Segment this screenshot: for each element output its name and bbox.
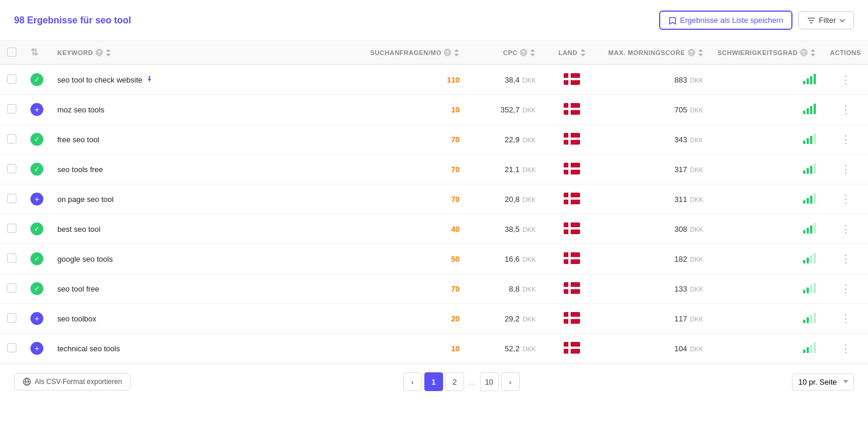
per-page-select[interactable]: 10 pr. Seite25 pr. Seite50 pr. Seite (792, 374, 854, 390)
chevron-down-icon (839, 19, 845, 22)
page-title: 98 Ergebnisse für seo tool (14, 15, 131, 26)
difficulty-bar-segment (807, 228, 809, 234)
row-actions-button[interactable]: ⋮ (837, 341, 855, 356)
save-list-button[interactable]: Ergebnisse als Liste speichern (659, 11, 792, 30)
row-actions-button[interactable]: ⋮ (837, 221, 855, 237)
th-reorder: ⇅ (23, 41, 50, 64)
difficulty-bar-segment (810, 345, 812, 353)
searches-sort-icon[interactable] (454, 49, 459, 56)
th-checkbox (0, 41, 23, 64)
cpc-value: 38,4 (505, 76, 519, 84)
flag-denmark (564, 282, 580, 294)
cpc-value: 16,6 (505, 255, 519, 263)
cpc-currency: DKK (521, 286, 536, 293)
th-keyword: KEYWORD ? (50, 41, 363, 64)
difficulty-bar-segment (810, 196, 812, 204)
cpc-sort-icon[interactable] (530, 49, 536, 56)
status-check-icon: ✓ (30, 222, 43, 235)
row-actions-button[interactable]: ⋮ (837, 102, 855, 117)
filter-icon (807, 16, 815, 25)
cpc-value: 20,8 (505, 195, 519, 204)
searches-value: 70 (451, 165, 459, 174)
score-currency: DKK (688, 136, 704, 143)
pagination-next[interactable]: › (501, 372, 520, 391)
difficulty-bar-segment (814, 133, 816, 144)
score-sort-icon[interactable] (698, 49, 704, 56)
flag-denmark (564, 103, 580, 115)
difficulty-sort-icon[interactable] (810, 49, 816, 56)
select-all-checkbox[interactable] (7, 47, 16, 57)
difficulty-bar-segment (814, 223, 816, 234)
difficulty-bar-segment (814, 74, 816, 84)
row-checkbox[interactable] (7, 164, 16, 173)
row-checkbox[interactable] (7, 74, 16, 84)
difficulty-bar-segment (810, 136, 812, 144)
pagination-prev[interactable]: ‹ (403, 372, 422, 391)
row-actions-button[interactable]: ⋮ (837, 162, 855, 177)
score-currency: DKK (688, 256, 704, 263)
row-checkbox[interactable] (7, 253, 16, 263)
difficulty-bar-segment (807, 168, 809, 174)
row-actions-button[interactable]: ⋮ (837, 72, 855, 87)
row-checkbox[interactable] (7, 104, 16, 114)
table-row: ✓google seo tools5016,6 DKK182 DKK⋮ (0, 244, 868, 274)
cpc-value: 22,9 (505, 135, 519, 144)
row-checkbox[interactable] (7, 134, 16, 143)
searches-value: 50 (451, 255, 459, 263)
row-actions-button[interactable]: ⋮ (837, 132, 855, 147)
pagination-dots: ... (466, 378, 478, 386)
row-checkbox[interactable] (7, 224, 16, 233)
pagination-page-1[interactable]: 1 (424, 372, 443, 391)
cpc-value: 21,1 (505, 165, 519, 174)
keyword-sort-icon[interactable] (105, 49, 111, 56)
difficulty-bar-segment (807, 347, 809, 353)
score-currency: DKK (688, 166, 704, 173)
difficulty-bar-segment (814, 313, 816, 323)
status-check-icon: ✓ (30, 282, 43, 295)
difficulty-bar (803, 163, 816, 174)
row-checkbox[interactable] (7, 194, 16, 203)
th-cpc: CPC ? (466, 41, 543, 64)
difficulty-bar-segment (810, 255, 812, 263)
cpc-currency: DKK (521, 256, 536, 263)
row-actions-button[interactable]: ⋮ (837, 191, 855, 207)
keyword-text: technical seo tools (57, 344, 120, 353)
difficulty-bar (803, 253, 816, 263)
difficulty-bar-segment (803, 290, 805, 293)
filter-button[interactable]: Filter (798, 11, 854, 29)
pagination-page-10[interactable]: 10 (480, 372, 499, 391)
difficulty-bar-segment (810, 166, 812, 174)
th-searches: SUCHANFRAGEN/MO ? (363, 41, 467, 64)
difficulty-bar-segment (807, 108, 809, 114)
globe-icon (23, 378, 31, 386)
row-checkbox[interactable] (7, 343, 16, 352)
table-row: +on page seo tool7020,8 DKK311 DKK⋮ (0, 184, 868, 214)
status-plus-icon: + (30, 193, 43, 205)
difficulty-bar-segment (810, 315, 812, 323)
pagination-page-2[interactable]: 2 (445, 372, 464, 391)
cpc-col-label: CPC (503, 49, 518, 56)
cpc-value: 29,2 (505, 314, 519, 323)
row-checkbox[interactable] (7, 283, 16, 293)
row-actions-button[interactable]: ⋮ (837, 311, 855, 326)
cpc-value: 8,8 (509, 285, 520, 293)
difficulty-bar-segment (807, 317, 809, 323)
difficulty-col-label: SCHWIERIGKEITSGRAD (718, 49, 798, 56)
export-csv-button[interactable]: Als CSV-Format exportieren (14, 373, 131, 390)
searches-value: 20 (451, 314, 459, 323)
row-actions-button[interactable]: ⋮ (837, 251, 855, 266)
bookmark-icon (668, 16, 677, 25)
land-sort-icon[interactable] (580, 49, 586, 56)
score-value: 104 (674, 344, 687, 353)
keyword-text: seo tool to check website (57, 76, 142, 84)
row-actions-button[interactable]: ⋮ (837, 281, 855, 296)
difficulty-bar (803, 133, 816, 144)
row-checkbox[interactable] (7, 313, 16, 323)
score-value: 317 (674, 165, 687, 174)
difficulty-bar-segment (810, 76, 812, 84)
searches-value: 70 (451, 135, 459, 144)
pagination: ‹12...10› (403, 372, 520, 391)
difficulty-bar (803, 283, 816, 293)
actions-col-label: ACTIONS (830, 49, 861, 56)
table-row: ✓seo tool to check website11038,4 DKK883… (0, 64, 868, 95)
